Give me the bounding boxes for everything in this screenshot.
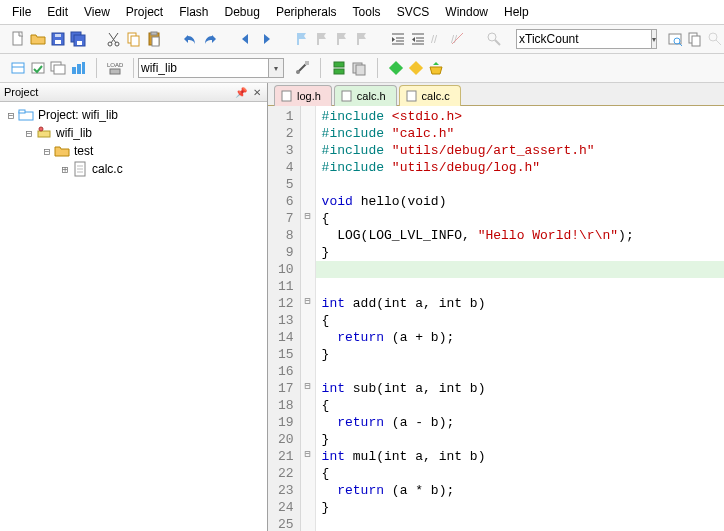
bookmark-flag-icon[interactable] — [294, 31, 310, 47]
bookmark-next-icon[interactable] — [334, 31, 350, 47]
save-all-icon[interactable] — [70, 31, 86, 47]
comment-icon[interactable]: // — [430, 31, 446, 47]
menu-flash[interactable]: Flash — [171, 3, 216, 21]
copy-icon[interactable] — [126, 31, 142, 47]
toolbar-build: LOAD ▾ — [0, 54, 724, 83]
code-editor[interactable]: 1234567891011121314151617181920212223242… — [268, 106, 724, 531]
svg-rect-51 — [305, 61, 309, 65]
menu-debug[interactable]: Debug — [217, 3, 268, 21]
nav-back-icon[interactable] — [238, 31, 254, 47]
menu-project[interactable]: Project — [118, 3, 171, 21]
svg-rect-55 — [356, 65, 365, 75]
new-file-icon[interactable] — [10, 31, 26, 47]
tree-file-label[interactable]: calc.c — [92, 162, 123, 176]
outdent-icon[interactable] — [410, 31, 426, 47]
tab-calc-h[interactable]: calc.h — [334, 85, 397, 106]
build-target-icon[interactable] — [10, 60, 26, 76]
toolbar-main: // // ▾ — [0, 25, 724, 54]
svg-point-9 — [108, 42, 112, 46]
nav-forward-icon[interactable] — [258, 31, 274, 47]
svg-line-32 — [495, 40, 500, 45]
quick-search-input[interactable] — [516, 29, 652, 49]
menu-file[interactable]: File — [4, 3, 39, 21]
target-select[interactable] — [138, 58, 269, 78]
cut-icon[interactable] — [106, 31, 122, 47]
tab-label: calc.h — [357, 90, 386, 102]
file-icon — [281, 90, 293, 102]
search-files-icon[interactable] — [687, 31, 703, 47]
file-icon — [406, 90, 418, 102]
svg-rect-57 — [409, 61, 423, 75]
options-icon[interactable] — [294, 60, 310, 76]
svg-rect-40 — [12, 63, 24, 73]
source-text[interactable]: #include <stdio.h>#include "calc.h"#incl… — [316, 106, 724, 531]
build-icon[interactable] — [30, 60, 46, 76]
svg-rect-59 — [19, 110, 25, 113]
svg-rect-14 — [151, 32, 157, 35]
manage-project-icon[interactable] — [331, 60, 347, 76]
editor-area: log.h calc.h calc.c 12345678910111213141… — [268, 83, 724, 531]
svg-rect-18 — [337, 33, 339, 45]
manage-books-icon[interactable] — [351, 60, 367, 76]
svg-rect-15 — [152, 37, 159, 46]
quick-search-dropdown[interactable]: ▾ — [652, 29, 657, 49]
target-select-dropdown[interactable]: ▾ — [269, 58, 284, 78]
panel-close-icon[interactable]: ✕ — [251, 86, 263, 98]
open-file-icon[interactable] — [30, 31, 46, 47]
undo-icon[interactable] — [182, 31, 198, 47]
svg-rect-2 — [55, 40, 61, 44]
svg-rect-52 — [334, 62, 344, 67]
pack-yellow-icon[interactable] — [408, 60, 424, 76]
tab-calc-c[interactable]: calc.c — [399, 85, 461, 106]
tab-log-h[interactable]: log.h — [274, 85, 332, 106]
file-icon — [341, 90, 353, 102]
svg-rect-19 — [357, 33, 359, 45]
menu-help[interactable]: Help — [496, 3, 537, 21]
fold-gutter[interactable]: ⊟ ⊟ ⊟ ⊟ — [301, 106, 316, 531]
indent-icon[interactable] — [390, 31, 406, 47]
line-number-gutter: 1234567891011121314151617181920212223242… — [268, 106, 301, 531]
svg-rect-46 — [77, 64, 81, 74]
menu-view[interactable]: View — [76, 3, 118, 21]
project-panel-header: Project 📌 ✕ — [0, 83, 267, 102]
menu-svcs[interactable]: SVCS — [389, 3, 438, 21]
tree-expander[interactable]: ⊟ — [4, 109, 18, 122]
download-icon[interactable]: LOAD — [107, 60, 123, 76]
svg-point-38 — [709, 33, 717, 41]
panel-pin-icon[interactable]: 📌 — [235, 86, 247, 98]
menu-window[interactable]: Window — [437, 3, 496, 21]
bookmark-clear-icon[interactable] — [354, 31, 370, 47]
separator — [377, 58, 378, 78]
project-panel-title: Project — [4, 86, 38, 98]
pack-installer-icon[interactable] — [428, 60, 444, 76]
project-tree[interactable]: ⊟ Project: wifi_lib ⊟ wifi_lib ⊟ test ⊞ … — [0, 102, 267, 531]
search-project-icon[interactable] — [667, 31, 683, 47]
svg-rect-16 — [297, 33, 299, 45]
tree-root-label[interactable]: Project: wifi_lib — [38, 108, 118, 122]
svg-rect-37 — [692, 36, 700, 46]
svg-rect-68 — [407, 91, 416, 101]
redo-icon[interactable] — [202, 31, 218, 47]
tree-expander[interactable]: ⊟ — [40, 145, 54, 158]
batch-build-icon[interactable] — [70, 60, 86, 76]
rebuild-icon[interactable] — [50, 60, 66, 76]
tree-expander[interactable]: ⊞ — [58, 163, 72, 176]
tree-expander[interactable]: ⊟ — [22, 127, 36, 140]
save-icon[interactable] — [50, 31, 66, 47]
target-icon — [36, 125, 52, 141]
menu-peripherals[interactable]: Peripherals — [268, 3, 345, 21]
svg-rect-53 — [334, 69, 344, 74]
svg-point-10 — [115, 42, 119, 46]
find-icon[interactable] — [486, 31, 502, 47]
menu-tools[interactable]: Tools — [345, 3, 389, 21]
tree-group-label[interactable]: test — [74, 144, 93, 158]
svg-rect-49 — [110, 69, 120, 74]
menu-edit[interactable]: Edit — [39, 3, 76, 21]
uncomment-icon[interactable]: // — [450, 31, 466, 47]
search-next-icon[interactable] — [707, 31, 723, 47]
bookmark-prev-icon[interactable] — [314, 31, 330, 47]
workspace-icon — [18, 107, 34, 123]
paste-icon[interactable] — [146, 31, 162, 47]
pack-green-icon[interactable] — [388, 60, 404, 76]
tree-target-label[interactable]: wifi_lib — [56, 126, 92, 140]
